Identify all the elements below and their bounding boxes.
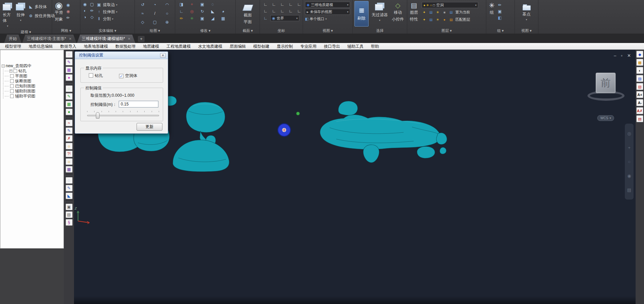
ucs-icon[interactable]: ∟ [263, 15, 268, 21]
layer-unlockall-icon[interactable]: ● [442, 17, 447, 22]
tree-item-checkbox[interactable] [10, 89, 14, 93]
layer-onall-icon[interactable]: ☀ [435, 17, 440, 22]
polygon-icon[interactable]: ◇ [140, 19, 146, 25]
tree-item-checkbox[interactable] [10, 84, 14, 88]
pen-blue-icon[interactable]: ✎ [66, 185, 73, 191]
restore-button[interactable]: ▫ [621, 53, 622, 58]
orbit-icon[interactable]: ◉ [627, 173, 631, 178]
doc-export-icon[interactable]: ▤ [636, 115, 643, 122]
cavity-checkbox[interactable]: ✓ [119, 74, 123, 78]
menu-item[interactable]: 水文地质建模 [194, 43, 226, 50]
minimize-button[interactable]: – [614, 53, 616, 58]
extract-edges-button[interactable]: ▣ 提取边 ▾ [96, 2, 117, 8]
view-cube[interactable]: 前 [587, 70, 626, 107]
extrude-faces-button[interactable]: ↑ 拉伸面 ▾ [96, 9, 117, 15]
align-axes-icon[interactable]: ✳ [189, 16, 195, 21]
ucs-x-icon[interactable]: ∟ [279, 8, 285, 14]
intersect-icon[interactable]: ◑ [82, 14, 88, 20]
color-palette-icon[interactable]: ▩ [636, 59, 643, 66]
isosurface-blob[interactable] [437, 133, 447, 144]
fillet-edge-icon[interactable]: ✏ [89, 8, 95, 14]
section-ellipse-magenta-icon[interactable]: ◌ [66, 51, 73, 58]
fillet-icon[interactable]: ◕ [220, 9, 226, 14]
strata-waves-icon[interactable]: ≈ [66, 120, 73, 126]
edit-pen-green-icon[interactable]: ✎ [66, 93, 73, 100]
app-logo-icon[interactable]: ◆ [636, 51, 643, 58]
solid-ellipse-green-icon[interactable]: ● [66, 108, 73, 115]
arc-3point-icon[interactable]: ↺ [140, 2, 146, 8]
base-point-button[interactable]: 基点 ▾ [522, 1, 532, 22]
union-icon[interactable]: ◉ [82, 2, 88, 7]
orbit-icon[interactable]: ↻ [199, 9, 205, 14]
dialog-title-bar[interactable]: 控制阈值设置 ✕ [75, 52, 168, 59]
frame-image-icon[interactable]: ▣ [66, 204, 73, 210]
group-button[interactable]: ✳ 组 [488, 1, 496, 16]
view-cube-front-face[interactable]: 前 [596, 73, 616, 93]
taper-face-icon[interactable]: ◇ [89, 14, 95, 20]
mesh-smooth-less-icon[interactable]: ◉ [65, 9, 71, 14]
terrain-mountain-icon[interactable]: ◣ [66, 192, 73, 199]
menu-item[interactable]: 模型创建 [250, 43, 273, 50]
threshold-value-input[interactable] [119, 101, 158, 107]
document-tab[interactable]: 三维建模环境-建模辅助*✕ [77, 35, 135, 43]
isosurface-blob[interactable] [440, 147, 446, 154]
tab-close-icon[interactable]: ✕ [128, 37, 130, 41]
section-plane-button[interactable]: 截面 平面 [240, 1, 255, 26]
move-gizmo-button[interactable]: ◇ 移动 小控件 [391, 1, 405, 23]
solid-ellipse-magenta-icon[interactable]: ● [66, 74, 73, 81]
tab-close-icon[interactable]: ✕ [69, 37, 72, 41]
collapse-icon[interactable]: − [2, 64, 5, 68]
font-decrease-icon[interactable]: A- [636, 99, 643, 106]
isosurface-blob[interactable] [338, 101, 357, 115]
erase-ghost-icon[interactable]: ◌ [210, 2, 216, 7]
panel-label-select[interactable]: 选择 [353, 28, 407, 34]
rotate-icon[interactable]: ◎ [189, 9, 195, 14]
culling-toggle-button[interactable]: ▦ 剔除 [354, 1, 369, 27]
dark-table-icon[interactable]: ▦ [66, 166, 73, 173]
document-tab[interactable]: 开始 [4, 35, 22, 43]
ucs-origin-icon[interactable]: ∟ [279, 2, 285, 7]
full-nav-wheel-icon[interactable]: ◎ [627, 131, 631, 136]
solid-cube-icon[interactable]: ▢ [89, 2, 95, 7]
ucs-named-icon[interactable]: ∟ [263, 2, 268, 7]
pattern-red-icon[interactable]: ▧ [636, 83, 643, 90]
query-warning-icon[interactable]: ?! [66, 150, 73, 157]
revision-cloud-icon[interactable]: ◔ [152, 2, 158, 8]
doc-edit-icon[interactable]: ▤ [66, 211, 73, 218]
ucs-object-icon[interactable]: ∟ [288, 2, 294, 7]
ucs-dropdown[interactable]: ◉ 世界 ▾ [270, 15, 299, 21]
strata-bulb-icon[interactable]: ☼ [66, 143, 73, 149]
pan-icon[interactable]: + [628, 145, 631, 150]
arc-icon[interactable]: ◠ [164, 2, 170, 8]
bulb-query-icon[interactable]: ☼ [66, 158, 73, 165]
tree-item-checkbox[interactable] [10, 79, 14, 83]
panel-label-group[interactable]: 组 ▾ [486, 28, 515, 34]
copy-icon[interactable]: ▣ [199, 2, 205, 7]
subtract-icon[interactable]: ◐ [82, 8, 88, 14]
viewport-config-button[interactable]: ◧ 单个视口 ▾ [305, 16, 327, 22]
chamfer-icon[interactable]: ◣ [210, 9, 216, 14]
named-view-dropdown[interactable]: ▸ 未保存的视图 ▾ [305, 9, 350, 15]
no-filter-button[interactable]: 无过滤器 ▾ [371, 1, 389, 23]
isosurface-blob[interactable] [186, 102, 225, 132]
new-tab-button[interactable]: + [138, 36, 145, 42]
tree-item[interactable]: 辅助剖面图 [2, 89, 35, 94]
menu-item[interactable]: 层面编辑 [226, 43, 250, 50]
mesh-refine-icon[interactable]: ✏ [65, 15, 71, 21]
pattern-blue-icon[interactable]: ▨ [636, 75, 643, 82]
tree-item-checkbox[interactable] [10, 74, 14, 78]
donut-icon[interactable]: ⊕ [164, 19, 170, 25]
isosurface-blob[interactable] [363, 145, 379, 163]
layer-freeze-icon[interactable]: ▤ [428, 10, 433, 15]
layer-dropdown[interactable]: ●☀∩□ 空洞 ▾ [422, 2, 478, 8]
menu-item[interactable]: 地质信息编辑 [25, 43, 56, 50]
panel-label-solid-edit[interactable]: 实体编辑 ▾ [80, 28, 135, 34]
panel-label-coords[interactable]: 坐标 [260, 28, 303, 34]
ucs-3point-icon[interactable]: ∟ [296, 8, 302, 14]
layer-isolate-icon[interactable]: ✦ [422, 10, 427, 15]
mesh-smooth-more-icon[interactable]: ◉ [65, 2, 71, 8]
panel-label-section[interactable]: 截面 ▾ [236, 28, 260, 34]
tree-item[interactable]: 已知剖面图 [2, 84, 35, 89]
box-button[interactable]: 长方体 ▾ [2, 1, 13, 29]
menu-item[interactable]: 数据导入 [56, 43, 80, 50]
